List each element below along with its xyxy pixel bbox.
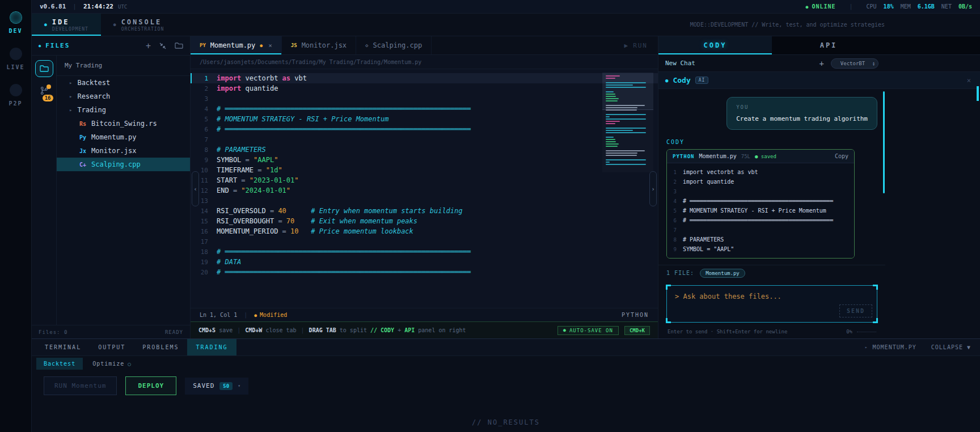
send-button[interactable]: SEND (839, 304, 872, 317)
bottom-tab-terminal[interactable]: TERMINAL (36, 339, 90, 355)
model-select[interactable]: VectorBT ▲▼ (831, 58, 878, 69)
rail-item-live[interactable]: LIVE (6, 48, 24, 70)
autosave-toggle[interactable]: ●AUTO-SAVE ON (557, 326, 619, 335)
run-button[interactable]: ▶ RUN (614, 36, 658, 54)
code-line-16[interactable]: 16MOMENTUM_PERIOD = 10 # Price momentum … (191, 226, 658, 236)
code-line-4[interactable]: 4# ═════════════════════════════════════… (191, 104, 658, 114)
code-text: RSI_OVERSOLD = 40 # Entry when momentum … (217, 207, 463, 215)
hints-text: CMD+S save|CMD+W close tab|DRAG TAB to s… (198, 327, 466, 333)
rail-item-dev[interactable]: DEV (9, 11, 22, 34)
code-editor: PYMomentum.py●×JSMonitor.jsx◇Scalping.cp… (191, 36, 658, 338)
run-backtest-button[interactable]: RUN Momentum (44, 376, 117, 395)
context-file-chip[interactable]: Momentum.py (700, 269, 745, 278)
tree-file-momentum-py[interactable]: PyMomentum.py (57, 130, 190, 144)
add-chat-button[interactable]: + (820, 59, 824, 68)
code-text: RSI_OVERBOUGHT = 70 # Exit when momentum… (217, 217, 417, 225)
editor-tab-momentum-py[interactable]: PYMomentum.py●× (191, 36, 282, 54)
code-line-1[interactable]: 1import vectorbt as vbt (191, 73, 658, 83)
bottom-tab-trading[interactable]: TRADING (187, 339, 236, 355)
tab-api[interactable]: API (772, 36, 885, 54)
line-number: 16 (191, 228, 217, 235)
code-line-20[interactable]: 20# ════════════════════════════════════… (191, 267, 658, 277)
code-line-10[interactable]: 10TIMEFRAME = "1d" (191, 165, 658, 175)
subtab-backtest[interactable]: Backtest (36, 358, 83, 370)
tree-file-bitcoin-swing-rs[interactable]: RsBitcoin_Swing.rs (57, 117, 190, 130)
code-line-13[interactable]: 13 (191, 196, 658, 206)
tree-file-scalping-cpp[interactable]: C+Scalping.cpp (57, 158, 190, 171)
tab-cody[interactable]: CODY (658, 36, 772, 54)
editor-tab-monitor-jsx[interactable]: JSMonitor.jsx (282, 36, 356, 54)
chat-code-line: 4# ═════════════════════════════════════… (667, 196, 854, 206)
source-control-button[interactable]: 16 (40, 86, 49, 98)
tab-file-type-badge: JS (291, 43, 297, 48)
autosave-dot-icon: ● (563, 328, 567, 333)
clock: 21:44:22 (83, 3, 113, 10)
tab-ide[interactable]: ● IDE DEVELOPMENT (32, 14, 101, 36)
code-text: import vectorbt as vbt (217, 74, 307, 82)
code-line-9[interactable]: 9SYMBOL = "AAPL" (191, 155, 658, 165)
tree-folder-trading[interactable]: ▸Trading (57, 103, 190, 117)
corner-bracket (873, 318, 878, 323)
bottom-tab-problems[interactable]: PROBLEMS (134, 339, 187, 355)
cody-tab-bar: CODY API (658, 36, 980, 55)
git-notification-dot (47, 84, 51, 89)
cpu-value: 18% (884, 3, 894, 10)
deploy-button[interactable]: DEPLOY (125, 376, 176, 395)
workspace-root-label[interactable]: My Trading (57, 56, 190, 76)
code-line-7[interactable]: 7 (191, 134, 658, 145)
code-line-19[interactable]: 19# DATA (191, 257, 658, 267)
tree-folder-research[interactable]: ▸Research (57, 90, 190, 103)
unsaved-dot-icon: ● (260, 43, 263, 48)
files-count-label: Files: 0 (39, 329, 67, 335)
code-line-11[interactable]: 11START = "2023-01-01" (191, 175, 658, 185)
code-line-2[interactable]: 2import quantide (191, 83, 658, 94)
folder-icon[interactable] (175, 42, 183, 49)
collapse-panel-icon[interactable] (159, 42, 167, 50)
code-line-17[interactable]: 17 (191, 236, 658, 247)
editor-tab-scalping-cpp[interactable]: ◇Scalping.cpp (356, 36, 432, 54)
bottom-tab-output[interactable]: OUTPUT (90, 339, 134, 355)
tree-file-monitor-jsx[interactable]: JxMonitor.jsx (57, 144, 190, 158)
tab-console[interactable]: ● CONSOLE ORCHESTRATION (101, 14, 176, 36)
chat-scrollbar[interactable] (883, 91, 885, 193)
minimap[interactable] (602, 73, 653, 172)
subtab-optimize[interactable]: Optimize○ (85, 358, 139, 370)
tree-folder-backtest[interactable]: ▸Backtest (57, 76, 190, 90)
chat-code-line: 1import vectorbt as vbt (667, 167, 854, 177)
code-line-8[interactable]: 8# PARAMETERS (191, 145, 658, 155)
close-tab-icon[interactable]: × (268, 42, 272, 49)
code-text: START = "2023-01-01" (217, 176, 299, 184)
panel-scrollbar[interactable] (977, 86, 979, 101)
cursor-position: Ln 1, Col 1 (200, 312, 237, 318)
rail-item-label: LIVE (6, 64, 24, 70)
tree-item-label: Monitor.jsx (91, 147, 136, 155)
collapse-bottom-panel-button[interactable]: COLLAPSE ▼ (931, 344, 971, 350)
close-chat-icon[interactable]: × (967, 77, 973, 84)
code-area[interactable]: 1import vectorbt as vbt2import quantide3… (191, 69, 658, 308)
collapse-cody-panel-handle[interactable]: › (649, 171, 657, 206)
code-line-18[interactable]: 18# ════════════════════════════════════… (191, 247, 658, 257)
new-file-button[interactable]: + (146, 41, 151, 51)
new-chat-button[interactable]: New Chat (665, 60, 695, 67)
chat-input-box: SEND (666, 285, 877, 323)
rail-item-p2p[interactable]: P2P (9, 84, 22, 107)
code-line-6[interactable]: 6# ═════════════════════════════════════… (191, 124, 658, 134)
dropdown-caret-icon: ▾ (238, 383, 240, 388)
copy-code-button[interactable]: Copy (835, 153, 848, 159)
code-line-3[interactable]: 3 (191, 94, 658, 104)
collapse-files-panel-handle[interactable]: ‹ (192, 171, 199, 206)
code-line-14[interactable]: 14RSI_OVERSOLD = 40 # Entry when momentu… (191, 206, 658, 216)
saved-dropdown[interactable]: SAVED 50 ▾ (185, 378, 248, 395)
language-indicator[interactable]: PYTHON (622, 312, 649, 318)
backtest-controls: RUN Momentum DEPLOY SAVED 50 ▾ (32, 371, 980, 395)
code-line-12[interactable]: 12END = "2024-01-01" (191, 185, 658, 196)
rail-item-label: P2P (9, 100, 22, 107)
code-lines: 1import vectorbt as vbt2import quantide3… (191, 73, 658, 277)
assistant-name: Cody (673, 76, 690, 84)
explorer-folder-button[interactable] (35, 60, 53, 77)
mem-value: 6.1GB (918, 3, 935, 10)
active-strategy-indicator[interactable]: ▸ MOMENTUM.PY (865, 344, 916, 350)
code-line-15[interactable]: 15RSI_OVERBOUGHT = 70 # Exit when moment… (191, 216, 658, 226)
context-usage-percent: 0% (846, 329, 852, 334)
code-line-5[interactable]: 5# MOMENTUM STRATEGY - RSI + Price Momen… (191, 114, 658, 124)
